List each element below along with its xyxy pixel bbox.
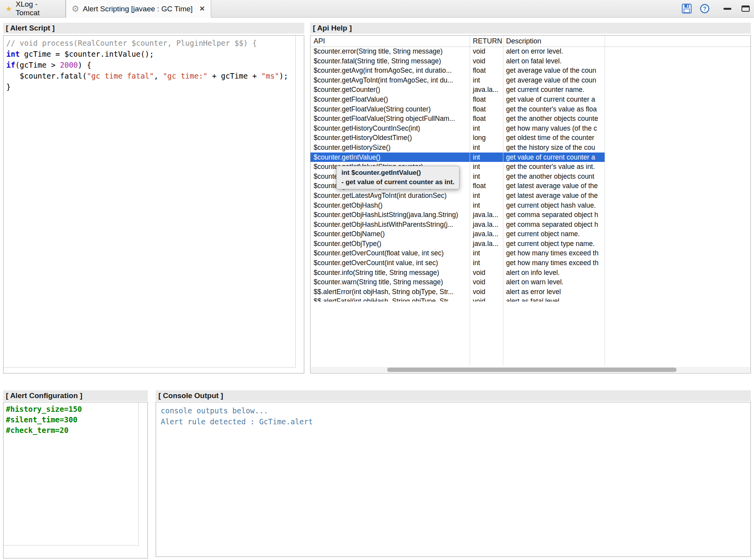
table-cell-ret: java.la... (470, 210, 503, 220)
table-cell-api: $counter.getObjHashListWithParentsString… (311, 220, 470, 230)
table-row[interactable]: $$.alertFatal(int objHash, String objTyp… (311, 296, 605, 302)
table-cell-ret: int (470, 172, 503, 181)
table-row[interactable]: $counter.getObjHashListWithParentsString… (311, 220, 605, 230)
tooltip-description: - get value of current counter as int. (341, 178, 454, 187)
table-row[interactable]: $counter.getCounter()java.la...get curre… (311, 85, 605, 95)
table-row[interactable]: $counter.getIntValue()intget value of cu… (311, 153, 605, 162)
table-cell-api: $counter.getHistorySize() (311, 143, 470, 153)
column-header-description[interactable]: Description (503, 36, 652, 47)
table-cell-ret: int (470, 191, 503, 201)
console-panel[interactable]: console outputs below...Alert rule detec… (156, 402, 751, 557)
table-cell-desc: get the another objects count (503, 172, 605, 181)
table-cell-desc: get the history size of the cou (503, 143, 605, 153)
table-cell-ret: float (470, 181, 503, 191)
tab-alert-scripting[interactable]: ⚙ Alert Scripting [javaee : GC Time] ✕ (66, 0, 211, 18)
scrollbar-thumb[interactable] (387, 368, 677, 372)
table-cell-ret: void (470, 287, 503, 297)
column-header-api[interactable]: API (311, 36, 470, 47)
table-cell-desc: get the another objects counte (503, 114, 605, 124)
star-icon: ★ (5, 5, 12, 13)
table-row[interactable]: $counter.fatal(String title, String mess… (311, 56, 605, 66)
table-row[interactable]: $counter.getAvg(int fromAgoSec, int dura… (311, 66, 605, 75)
table-row[interactable]: $counter.info(String title, String messa… (311, 268, 605, 278)
table-row[interactable]: $counter.getObjHashListString(java.lang.… (311, 210, 605, 220)
table-cell-desc: get current object name. (503, 229, 605, 239)
table-cell-desc: alert as error level (503, 287, 605, 297)
table-cell-desc: get latest average value of the (503, 181, 605, 191)
table-cell-api: $counter.getOverCount(int value, int sec… (311, 258, 470, 268)
tab-bar: ★ XLog - Tomcat ⚙ Alert Scripting [javae… (0, 0, 754, 18)
table-cell-desc: alert on error level. (503, 47, 605, 56)
column-divider (503, 36, 503, 366)
table-row[interactable]: $counter.getObjType()java.la...get curre… (311, 239, 605, 249)
horizontal-scrollbar[interactable] (311, 367, 750, 373)
table-cell-api: $counter.getObjName() (311, 229, 470, 239)
script-editor[interactable]: // void process(RealCounter $counter, Pl… (4, 36, 296, 368)
table-cell-desc: get the counter's value as int. (503, 162, 605, 172)
table-row[interactable]: $counter.getObjName()java.la...get curre… (311, 229, 605, 239)
table-cell-api: $counter.info(String title, String messa… (311, 268, 470, 278)
table-cell-ret: int (470, 143, 503, 153)
config-text: #history_size=150#silent_time=300#check_… (6, 404, 136, 436)
table-cell-api: $counter.error(String title, String mess… (311, 47, 470, 56)
text-line: Alert rule detected : GcTime.alert (161, 416, 746, 427)
table-row[interactable]: $counter.getFloatValue(String objectFull… (311, 114, 605, 124)
table-cell-api: $counter.warn(String title, String messa… (311, 277, 470, 287)
table-row[interactable]: $$.alertError(int objHash, String objTyp… (311, 287, 605, 297)
api-table-header: API RETURN Description (311, 36, 750, 47)
table-cell-ret: java.la... (470, 229, 503, 239)
config-editor[interactable]: #history_size=150#silent_time=300#check_… (4, 402, 139, 546)
table-cell-ret: int (470, 75, 503, 85)
table-cell-desc: alert as fatal level. (503, 296, 605, 302)
table-row[interactable]: $counter.getHistorySize()intget the hist… (311, 143, 605, 153)
table-row[interactable]: $counter.getHistoryOldestTime()longget o… (311, 133, 605, 143)
table-cell-api: $counter.getCounter() (311, 85, 470, 95)
api-help-panel: API RETURN Description $counter.error(St… (310, 35, 751, 373)
api-tooltip: int $counter.getIntValue() - get value o… (336, 166, 460, 189)
table-row[interactable]: $counter.error(String title, String mess… (311, 47, 605, 56)
help-button[interactable]: ? (699, 3, 710, 14)
table-cell-ret: int (470, 124, 503, 133)
table-cell-desc: get current counter name. (503, 85, 605, 95)
table-cell-ret: int (470, 248, 503, 258)
minimize-button[interactable] (722, 3, 733, 14)
table-row[interactable]: $counter.getOverCount(float value, int s… (311, 248, 605, 258)
table-row[interactable]: $counter.getAvgToInt(int fromAgoSec, int… (311, 75, 605, 85)
table-cell-api: $counter.getIntValue() (311, 153, 470, 162)
table-cell-api: $counter.getObjType() (311, 239, 470, 249)
alert-config-panel: #history_size=150#silent_time=300#check_… (3, 402, 148, 558)
window-toolbar: ? (681, 0, 751, 17)
table-cell-api: $counter.fatal(String title, String mess… (311, 56, 470, 66)
table-cell-desc: get value of current counter a (503, 153, 605, 162)
table-cell-ret: int (470, 201, 503, 210)
save-button[interactable] (681, 3, 692, 14)
table-cell-ret: void (470, 296, 503, 302)
table-row[interactable]: $counter.getOverCount(int value, int sec… (311, 258, 605, 268)
table-row[interactable]: $counter.getFloatValue()floatget value o… (311, 95, 605, 104)
table-row[interactable]: $counter.getLatestAvgToInt(int durationS… (311, 191, 605, 201)
maximize-button[interactable] (740, 3, 751, 14)
table-row[interactable]: $counter.getObjHash()intget current obje… (311, 201, 605, 210)
table-cell-api: $$.alertError(int objHash, String objTyp… (311, 287, 470, 297)
table-cell-desc: get how many times exceed th (503, 258, 605, 268)
table-cell-ret: float (470, 66, 503, 75)
tab-xlog-tomcat[interactable]: ★ XLog - Tomcat (0, 0, 66, 17)
minimize-icon (723, 8, 731, 10)
column-header-return[interactable]: RETURN (470, 36, 503, 47)
alert-config-header: [ Alert Configuration ] (3, 390, 148, 401)
table-row[interactable]: $counter.getFloatValue(String counter)fl… (311, 104, 605, 114)
table-cell-desc: alert on info level. (503, 268, 605, 278)
table-cell-ret: void (470, 56, 503, 66)
table-cell-api: $counter.getHistoryCountInSec(int) (311, 124, 470, 133)
api-help-header: [ Api Help ] (310, 23, 751, 34)
table-row[interactable]: $counter.getHistoryCountInSec(int)intget… (311, 124, 605, 133)
table-row[interactable]: $counter.warn(String title, String messa… (311, 277, 605, 287)
table-cell-api: $counter.getObjHashListString(java.lang.… (311, 210, 470, 220)
alert-config-title: [ Alert Configuration ] (6, 391, 83, 400)
table-cell-ret: java.la... (470, 85, 503, 95)
svg-text:?: ? (703, 5, 707, 12)
table-cell-api: $counter.getObjHash() (311, 201, 470, 210)
table-cell-api: $counter.getLatestAvgToInt(int durationS… (311, 191, 470, 201)
close-icon[interactable]: ✕ (199, 5, 205, 12)
table-cell-api: $counter.getAvg(int fromAgoSec, int dura… (311, 66, 470, 75)
